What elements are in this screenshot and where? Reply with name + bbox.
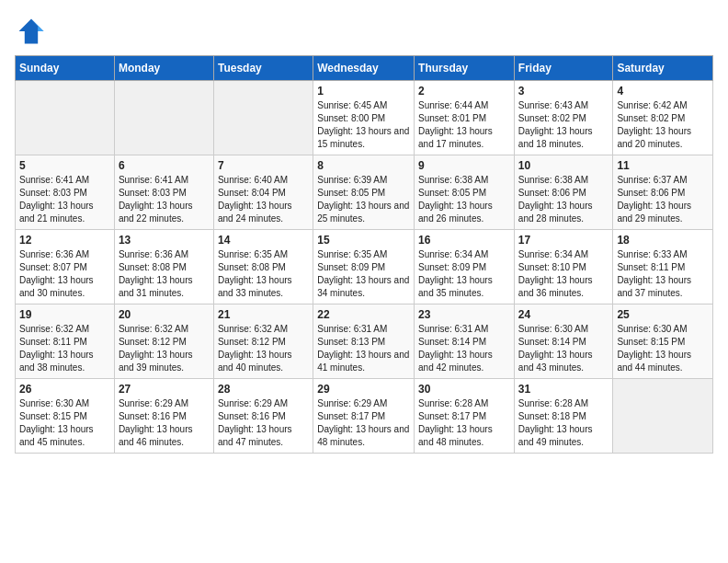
day-number: 8 bbox=[317, 159, 410, 172]
calendar-cell: 2Sunrise: 6:44 AM Sunset: 8:01 PM Daylig… bbox=[415, 81, 515, 155]
day-info: Sunrise: 6:40 AM Sunset: 8:04 PM Dayligh… bbox=[218, 174, 309, 225]
calendar-cell: 30Sunrise: 6:28 AM Sunset: 8:17 PM Dayli… bbox=[415, 379, 515, 454]
day-info: Sunrise: 6:37 AM Sunset: 8:06 PM Dayligh… bbox=[617, 174, 709, 225]
day-number: 9 bbox=[418, 159, 510, 172]
calendar-cell: 31Sunrise: 6:28 AM Sunset: 8:18 PM Dayli… bbox=[514, 379, 613, 454]
calendar-cell bbox=[114, 81, 213, 155]
calendar-cell: 6Sunrise: 6:41 AM Sunset: 8:03 PM Daylig… bbox=[114, 155, 213, 230]
day-info: Sunrise: 6:35 AM Sunset: 8:09 PM Dayligh… bbox=[317, 248, 410, 300]
day-number: 14 bbox=[218, 234, 309, 247]
day-number: 16 bbox=[418, 234, 510, 247]
day-header-saturday: Saturday bbox=[613, 56, 713, 81]
calendar-cell: 18Sunrise: 6:33 AM Sunset: 8:11 PM Dayli… bbox=[613, 230, 713, 304]
day-info: Sunrise: 6:32 AM Sunset: 8:12 PM Dayligh… bbox=[119, 323, 210, 374]
day-number: 25 bbox=[617, 308, 709, 321]
calendar-cell: 10Sunrise: 6:38 AM Sunset: 8:06 PM Dayli… bbox=[514, 155, 613, 230]
day-number: 7 bbox=[218, 159, 309, 172]
calendar-cell bbox=[213, 81, 313, 155]
day-header-monday: Monday bbox=[114, 56, 213, 81]
calendar-cell: 1Sunrise: 6:45 AM Sunset: 8:00 PM Daylig… bbox=[313, 81, 415, 155]
calendar-cell: 27Sunrise: 6:29 AM Sunset: 8:16 PM Dayli… bbox=[114, 379, 213, 454]
calendar-cell: 4Sunrise: 6:42 AM Sunset: 8:02 PM Daylig… bbox=[613, 81, 713, 155]
day-info: Sunrise: 6:43 AM Sunset: 8:02 PM Dayligh… bbox=[518, 99, 609, 151]
day-number: 12 bbox=[19, 234, 110, 247]
day-info: Sunrise: 6:41 AM Sunset: 8:03 PM Dayligh… bbox=[119, 174, 210, 225]
calendar-header-row: SundayMondayTuesdayWednesdayThursdayFrid… bbox=[16, 56, 713, 81]
day-header-sunday: Sunday bbox=[16, 56, 115, 81]
day-info: Sunrise: 6:38 AM Sunset: 8:06 PM Dayligh… bbox=[518, 174, 609, 225]
calendar-week-row: 26Sunrise: 6:30 AM Sunset: 8:15 PM Dayli… bbox=[16, 379, 713, 454]
day-header-friday: Friday bbox=[514, 56, 613, 81]
calendar-cell: 13Sunrise: 6:36 AM Sunset: 8:08 PM Dayli… bbox=[114, 230, 213, 304]
day-info: Sunrise: 6:33 AM Sunset: 8:11 PM Dayligh… bbox=[617, 248, 709, 300]
day-number: 30 bbox=[418, 383, 510, 396]
calendar-cell: 24Sunrise: 6:30 AM Sunset: 8:14 PM Dayli… bbox=[514, 304, 613, 379]
day-info: Sunrise: 6:44 AM Sunset: 8:01 PM Dayligh… bbox=[418, 99, 510, 151]
day-number: 22 bbox=[317, 308, 410, 321]
day-info: Sunrise: 6:35 AM Sunset: 8:08 PM Dayligh… bbox=[218, 248, 309, 300]
calendar-table: SundayMondayTuesdayWednesdayThursdayFrid… bbox=[15, 55, 713, 454]
day-header-wednesday: Wednesday bbox=[313, 56, 415, 81]
calendar-week-row: 19Sunrise: 6:32 AM Sunset: 8:11 PM Dayli… bbox=[16, 304, 713, 379]
calendar-cell: 9Sunrise: 6:38 AM Sunset: 8:05 PM Daylig… bbox=[415, 155, 515, 230]
calendar-cell: 8Sunrise: 6:39 AM Sunset: 8:05 PM Daylig… bbox=[313, 155, 415, 230]
day-number: 29 bbox=[317, 383, 410, 396]
day-number: 3 bbox=[518, 85, 609, 98]
logo-icon bbox=[15, 15, 48, 48]
day-number: 10 bbox=[518, 159, 609, 172]
calendar-body: 1Sunrise: 6:45 AM Sunset: 8:00 PM Daylig… bbox=[16, 81, 713, 454]
day-info: Sunrise: 6:32 AM Sunset: 8:11 PM Dayligh… bbox=[19, 323, 110, 374]
day-info: Sunrise: 6:29 AM Sunset: 8:16 PM Dayligh… bbox=[119, 397, 210, 449]
calendar-cell: 25Sunrise: 6:30 AM Sunset: 8:15 PM Dayli… bbox=[613, 304, 713, 379]
day-info: Sunrise: 6:30 AM Sunset: 8:15 PM Dayligh… bbox=[19, 397, 110, 449]
day-info: Sunrise: 6:38 AM Sunset: 8:05 PM Dayligh… bbox=[418, 174, 510, 225]
calendar-cell: 23Sunrise: 6:31 AM Sunset: 8:14 PM Dayli… bbox=[415, 304, 515, 379]
calendar-cell: 19Sunrise: 6:32 AM Sunset: 8:11 PM Dayli… bbox=[16, 304, 115, 379]
calendar-cell bbox=[613, 379, 713, 454]
day-header-thursday: Thursday bbox=[415, 56, 515, 81]
day-info: Sunrise: 6:34 AM Sunset: 8:09 PM Dayligh… bbox=[418, 248, 510, 300]
calendar-cell: 16Sunrise: 6:34 AM Sunset: 8:09 PM Dayli… bbox=[415, 230, 515, 304]
day-info: Sunrise: 6:30 AM Sunset: 8:15 PM Dayligh… bbox=[617, 323, 709, 374]
day-number: 6 bbox=[119, 159, 210, 172]
day-info: Sunrise: 6:30 AM Sunset: 8:14 PM Dayligh… bbox=[518, 323, 609, 374]
calendar-cell: 20Sunrise: 6:32 AM Sunset: 8:12 PM Dayli… bbox=[114, 304, 213, 379]
day-number: 26 bbox=[19, 383, 110, 396]
page-header bbox=[15, 15, 713, 48]
day-number: 27 bbox=[119, 383, 210, 396]
day-number: 18 bbox=[617, 234, 709, 247]
calendar-week-row: 1Sunrise: 6:45 AM Sunset: 8:00 PM Daylig… bbox=[16, 81, 713, 155]
day-info: Sunrise: 6:42 AM Sunset: 8:02 PM Dayligh… bbox=[617, 99, 709, 151]
day-header-tuesday: Tuesday bbox=[213, 56, 313, 81]
calendar-cell: 5Sunrise: 6:41 AM Sunset: 8:03 PM Daylig… bbox=[16, 155, 115, 230]
day-info: Sunrise: 6:39 AM Sunset: 8:05 PM Dayligh… bbox=[317, 174, 410, 225]
day-number: 21 bbox=[218, 308, 309, 321]
day-number: 19 bbox=[19, 308, 110, 321]
calendar-cell: 28Sunrise: 6:29 AM Sunset: 8:16 PM Dayli… bbox=[213, 379, 313, 454]
day-info: Sunrise: 6:29 AM Sunset: 8:17 PM Dayligh… bbox=[317, 397, 410, 449]
day-info: Sunrise: 6:34 AM Sunset: 8:10 PM Dayligh… bbox=[518, 248, 609, 300]
day-info: Sunrise: 6:31 AM Sunset: 8:14 PM Dayligh… bbox=[418, 323, 510, 374]
day-number: 11 bbox=[617, 159, 709, 172]
logo bbox=[15, 15, 51, 48]
day-number: 15 bbox=[317, 234, 410, 247]
day-info: Sunrise: 6:45 AM Sunset: 8:00 PM Dayligh… bbox=[317, 99, 410, 151]
day-number: 1 bbox=[317, 85, 410, 98]
day-info: Sunrise: 6:31 AM Sunset: 8:13 PM Dayligh… bbox=[317, 323, 410, 374]
day-info: Sunrise: 6:36 AM Sunset: 8:07 PM Dayligh… bbox=[19, 248, 110, 300]
calendar-cell bbox=[16, 81, 115, 155]
day-info: Sunrise: 6:29 AM Sunset: 8:16 PM Dayligh… bbox=[218, 397, 309, 449]
calendar-cell: 15Sunrise: 6:35 AM Sunset: 8:09 PM Dayli… bbox=[313, 230, 415, 304]
calendar-cell: 11Sunrise: 6:37 AM Sunset: 8:06 PM Dayli… bbox=[613, 155, 713, 230]
calendar-cell: 26Sunrise: 6:30 AM Sunset: 8:15 PM Dayli… bbox=[16, 379, 115, 454]
day-info: Sunrise: 6:41 AM Sunset: 8:03 PM Dayligh… bbox=[19, 174, 110, 225]
day-number: 28 bbox=[218, 383, 309, 396]
day-number: 17 bbox=[518, 234, 609, 247]
day-info: Sunrise: 6:28 AM Sunset: 8:17 PM Dayligh… bbox=[418, 397, 510, 449]
day-number: 2 bbox=[418, 85, 510, 98]
calendar-cell: 12Sunrise: 6:36 AM Sunset: 8:07 PM Dayli… bbox=[16, 230, 115, 304]
day-info: Sunrise: 6:32 AM Sunset: 8:12 PM Dayligh… bbox=[218, 323, 309, 374]
day-number: 20 bbox=[119, 308, 210, 321]
day-info: Sunrise: 6:28 AM Sunset: 8:18 PM Dayligh… bbox=[518, 397, 609, 449]
day-number: 31 bbox=[518, 383, 609, 396]
